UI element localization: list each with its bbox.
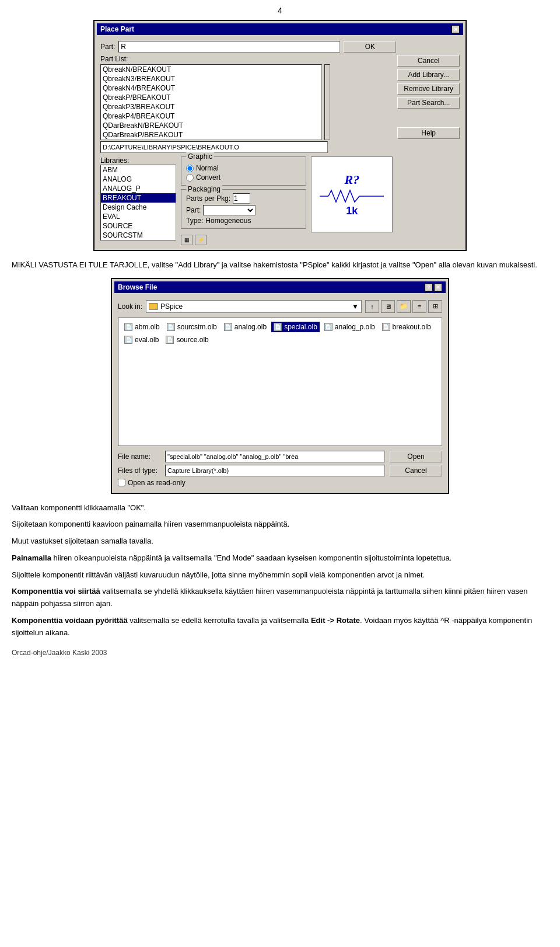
look-in-btns: ↑ 🖥 📁 ≡ ⊞ [365,300,442,313]
up-folder-button[interactable]: ↑ [365,300,379,313]
part-input[interactable] [118,41,340,53]
paragraph-7: Komponenttia voidaan pyörittää valitsema… [12,615,548,639]
browse-file-dialog: Browse File ? ✕ Look in: PSpice ▼ ↑ 🖥 📁 … [111,278,449,494]
list-item[interactable]: QDarBreakP/BREAKOUT [101,130,321,140]
list-item-selected[interactable]: BREAKOUT [101,193,176,203]
browse-cancel-button[interactable]: Cancel [390,465,442,476]
list-item[interactable]: QbreakN3/BREAKOUT [101,74,321,83]
list-item[interactable]: EVAL [101,212,176,221]
help-icon[interactable]: ? [425,283,433,291]
file-icon: 📄 [382,323,390,331]
normal-radio-row: Normal [186,164,301,172]
list-item[interactable]: QbreakP/BREAKOUT [101,93,321,102]
browse-bottom: File name: Files of type: Open as read-o… [118,451,442,487]
new-folder-button[interactable]: 📁 [397,300,411,313]
part-search-button[interactable]: Part Search... [397,97,460,109]
paragraph-4: Painamalla hiiren oikeanpuoleista näppäi… [12,552,548,565]
file-item[interactable]: 📄 analog_p.olb [322,322,377,332]
file-name: analog.olb [235,323,267,331]
ok-button[interactable]: OK [344,41,396,53]
normal-label: Normal [196,164,219,172]
file-item[interactable]: 📄 eval.olb [122,335,161,345]
file-icon: 📄 [274,323,282,331]
list-item[interactable]: Design Cache [101,203,176,212]
browse-title: Browse File [118,283,157,291]
files-of-type-dropdown[interactable] [165,465,385,476]
packaging-group: Packaging Parts per Pkg: Part: Type: [181,189,306,229]
close-icon[interactable]: ✕ [434,283,442,291]
remove-library-button[interactable]: Remove Library [397,83,460,95]
file-area: 📄 abm.olb 📄 sourcstm.olb 📄 analog.olb 📄 … [118,318,442,446]
file-name: breakout.olb [393,323,431,331]
convert-label: Convert [196,173,220,182]
list-item-selected[interactable]: R/ANALOG [101,140,321,140]
file-item[interactable]: 📄 analog.olb [222,322,269,332]
desktop-button[interactable]: 🖥 [381,300,395,313]
file-item-selected[interactable]: 📄 special.olb [271,322,320,332]
file-icon: 📄 [324,323,332,331]
list-item[interactable]: ANALOG_P [101,184,176,193]
close-icon[interactable]: ✕ [452,25,460,33]
icons-row: ▦ ⚡ [181,235,306,245]
icon2[interactable]: ⚡ [195,235,206,245]
browse-bottom-right: Open Cancel [390,451,442,487]
browse-bottom-left: File name: Files of type: Open as read-o… [118,451,385,487]
file-icon: 📄 [124,336,132,344]
file-name: abm.olb [135,323,160,331]
help-button[interactable]: Help [397,127,460,139]
libraries-listbox[interactable]: ABM ANALOG ANALOG_P BREAKOUT Design Cach… [100,165,176,241]
list-item[interactable]: QbreakP4/BREAKOUT [101,112,321,121]
dialog-left: Part List: QbreakN/BREAKOUT QbreakN3/BRE… [100,55,393,245]
list-item[interactable]: SOURCSTM [101,231,176,240]
list-item[interactable]: SOURCE [101,221,176,231]
open-button[interactable]: Open [390,451,442,462]
file-item[interactable]: 📄 breakout.olb [380,322,433,332]
part-list-label: Part List: [100,55,393,63]
cancel-button[interactable]: Cancel [397,55,460,67]
convert-radio[interactable] [186,174,194,182]
titlebar-btns: ? ✕ [425,283,442,291]
place-part-title: Place Part [100,25,134,33]
graphic-group: Graphic Normal Convert [181,156,306,186]
parts-per-pkg-input[interactable] [233,193,250,204]
list-item[interactable]: ABM [101,165,176,175]
instruction-text: MIKÄLI VASTUSTA EI TULE TARJOLLE, valits… [12,259,548,271]
parts-per-pkg-label: Parts per Pkg: [186,194,230,203]
add-library-button[interactable]: Add Library... [397,69,460,81]
paragraph-1: Valitaan komponentti klikkaamalla "OK". [12,502,548,514]
list-item[interactable]: SPECIAL [101,240,176,241]
part-dropdown[interactable] [203,205,256,215]
file-item[interactable]: 📄 source.olb [163,335,211,345]
dialog-right-buttons: Cancel Add Library... Remove Library Par… [397,55,460,245]
open-readonly-checkbox[interactable] [118,479,125,486]
chevron-down-icon: ▼ [352,302,359,311]
open-readonly-row: Open as read-only [118,479,385,487]
file-item[interactable]: 📄 abm.olb [122,322,162,332]
list-item[interactable]: QbreakN/BREAKOUT [101,65,321,74]
list-item[interactable]: QbreakN4/BREAKOUT [101,83,321,93]
path-input[interactable] [100,141,328,153]
resistor-symbol [320,187,384,205]
list-item[interactable]: ANALOG [101,175,176,184]
file-item[interactable]: 📄 sourcstm.olb [164,322,219,332]
part-listbox[interactable]: QbreakN/BREAKOUT QbreakN3/BREAKOUT Qbrea… [100,64,322,140]
list-item[interactable]: QDarBreakN/BREAKOUT [101,121,321,130]
file-name-input[interactable] [165,451,385,462]
look-in-dropdown[interactable]: PSpice ▼ [146,300,362,313]
normal-radio[interactable] [186,165,194,172]
icon1[interactable]: ▦ [181,235,192,245]
browse-titlebar: Browse File ? ✕ [114,281,446,293]
look-in-label: Look in: [118,302,142,311]
paragraph-5: Sijoittele komponentit riittävän väljäst… [12,569,548,582]
page-number: 4 [12,6,548,15]
part-row: Part: OK [100,41,460,53]
list-view-button[interactable]: ≡ [412,300,426,313]
detail-view-button[interactable]: ⊞ [428,300,442,313]
files-of-type-row: Files of type: [118,465,385,476]
paragraph-6: Komponenttia voi siirtää valitsemalla se… [12,586,548,610]
scrollbar[interactable] [324,64,330,140]
libraries-label: Libraries: [100,156,176,165]
parts-per-pkg-row: Parts per Pkg: [186,193,301,204]
list-item[interactable]: QbreakP3/BREAKOUT [101,102,321,112]
open-readonly-label: Open as read-only [128,479,186,487]
